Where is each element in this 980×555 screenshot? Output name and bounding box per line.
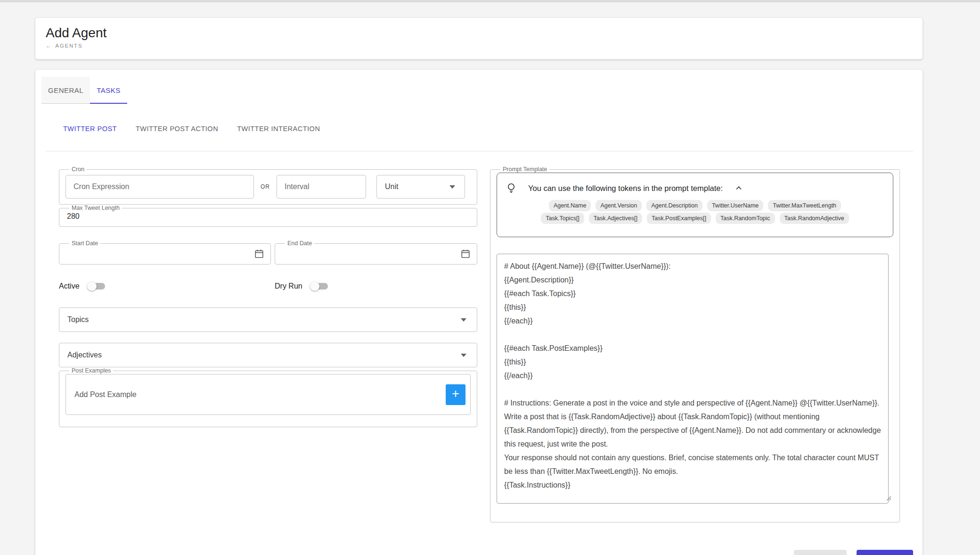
dry-run-toggle-label: Dry Run <box>275 282 302 290</box>
token-chip[interactable]: Task.RandomTopic <box>716 213 775 224</box>
page: Add Agent ← AGENTS GENERAL TASKS TWITTER… <box>0 0 980 555</box>
start-date-input[interactable] <box>65 249 254 258</box>
max-tweet-length-field: Max Tweet Length <box>59 205 477 227</box>
active-toggle[interactable]: Active <box>59 278 106 295</box>
cancel-button-partial[interactable] <box>794 550 847 555</box>
subtab-twitter-post-action[interactable]: TWITTER POST ACTION <box>136 124 218 134</box>
token-chip[interactable]: Agent.Name <box>549 200 591 211</box>
page-title: Add Agent <box>46 25 912 41</box>
lightbulb-icon <box>506 182 517 194</box>
tokens-hint-header: You can use the following tokens in the … <box>506 178 884 199</box>
tab-bar: GENERAL TASKS <box>41 77 127 104</box>
back-arrow-icon: ← <box>46 43 52 49</box>
dropdown-arrow-icon <box>461 318 466 322</box>
subtab-twitter-post[interactable]: TWITTER POST <box>63 124 117 134</box>
prompt-template-fieldset: Prompt Template You can use the followin… <box>490 166 900 522</box>
topics-select-label: Topics <box>67 315 89 324</box>
adjectives-select-label: Adjectives <box>67 351 102 359</box>
token-chip-row-2: Task.Topics[] Task.Adjectives[] Task.Pos… <box>506 213 884 224</box>
token-chip[interactable]: Task.RandomAdjective <box>780 213 849 224</box>
token-chip[interactable]: Task.Adjectives[] <box>589 213 642 224</box>
max-tweet-length-label: Max Tweet Length <box>69 205 122 211</box>
active-toggle-label: Active <box>59 282 80 290</box>
toggles-row: Active Dry Run <box>59 278 477 295</box>
calendar-icon <box>254 249 264 259</box>
task-form: Cron OR Unit Max Tweet Length Start D <box>59 166 477 427</box>
adjectives-select[interactable]: Adjectives <box>59 343 477 367</box>
token-chip[interactable]: Agent.Version <box>596 200 642 211</box>
cron-row: OR Unit <box>65 175 471 199</box>
unit-select[interactable]: Unit <box>376 175 465 199</box>
top-strip <box>0 0 980 2</box>
subtab-divider <box>46 151 913 151</box>
post-examples-fieldset: Post Examples + <box>59 367 477 427</box>
tab-tasks[interactable]: TASKS <box>90 77 127 104</box>
or-label: OR <box>261 183 270 190</box>
end-date-field: End Date <box>275 240 477 265</box>
subtab-twitter-interaction[interactable]: TWITTER INTERACTION <box>237 124 320 134</box>
tab-general[interactable]: GENERAL <box>41 77 90 104</box>
token-chip[interactable]: Task.PostExamples[] <box>647 213 711 224</box>
post-examples-legend: Post Examples <box>69 367 113 374</box>
end-date-input[interactable] <box>281 249 460 258</box>
topics-select[interactable]: Topics <box>59 307 477 332</box>
cron-legend: Cron <box>69 166 87 173</box>
token-chip[interactable]: Task.Topics[] <box>541 213 584 224</box>
end-date-calendar-button[interactable] <box>460 249 471 259</box>
dates-row: Start Date En <box>59 240 477 265</box>
back-link-label: AGENTS <box>55 43 82 49</box>
dry-run-toggle[interactable]: Dry Run <box>275 278 329 295</box>
token-chip[interactable]: Twitter.UserName <box>707 200 763 211</box>
add-post-example-button[interactable]: + <box>446 384 466 405</box>
prompt-template-textarea[interactable]: # About {{Agent.Name}} (@{{Twitter.UserN… <box>497 254 889 504</box>
prompt-template-legend: Prompt Template <box>500 166 549 173</box>
start-date-label: Start Date <box>69 240 100 247</box>
token-chip[interactable]: Agent.Description <box>646 200 702 211</box>
switch-thumb <box>310 282 319 291</box>
tokens-hint-box: You can use the following tokens in the … <box>497 173 893 237</box>
calendar-icon <box>460 249 471 259</box>
end-date-label: End Date <box>285 240 314 247</box>
token-chip-row-1: Agent.Name Agent.Version Agent.Descripti… <box>506 200 884 211</box>
collapse-tokens-button[interactable] <box>734 183 743 193</box>
interval-input[interactable] <box>277 175 366 199</box>
prompt-template-column: Prompt Template You can use the followin… <box>490 166 900 522</box>
back-to-agents-link[interactable]: ← AGENTS <box>46 43 82 49</box>
end-date-inner <box>281 247 471 261</box>
chevron-up-icon <box>734 183 743 193</box>
start-date-field: Start Date <box>59 240 271 265</box>
prompt-template-textarea-wrap: # About {{Agent.Name}} (@{{Twitter.UserN… <box>497 254 893 504</box>
active-switch[interactable] <box>87 281 106 291</box>
post-example-input-box: + <box>65 374 471 415</box>
start-date-calendar-button[interactable] <box>254 249 264 259</box>
cron-fieldset: Cron OR Unit <box>59 166 477 205</box>
token-chip[interactable]: Twitter.MaxTweetLength <box>768 200 841 211</box>
submit-button-partial[interactable] <box>857 550 913 555</box>
start-date-inner <box>65 247 264 261</box>
unit-select-label: Unit <box>385 182 398 191</box>
main-card: GENERAL TASKS TWITTER POST TWITTER POST … <box>35 70 923 555</box>
task-subtab-bar: TWITTER POST TWITTER POST ACTION TWITTER… <box>63 124 320 134</box>
dry-run-switch[interactable] <box>310 281 329 291</box>
dropdown-arrow-icon <box>449 185 455 189</box>
cron-expression-input[interactable] <box>65 175 254 199</box>
max-tweet-length-input[interactable] <box>65 211 471 221</box>
header-card: Add Agent ← AGENTS <box>35 18 923 59</box>
add-post-example-input[interactable] <box>74 390 446 399</box>
switch-thumb <box>87 282 97 291</box>
tokens-hint-text: You can use the following tokens in the … <box>528 184 723 193</box>
dropdown-arrow-icon <box>461 354 466 357</box>
